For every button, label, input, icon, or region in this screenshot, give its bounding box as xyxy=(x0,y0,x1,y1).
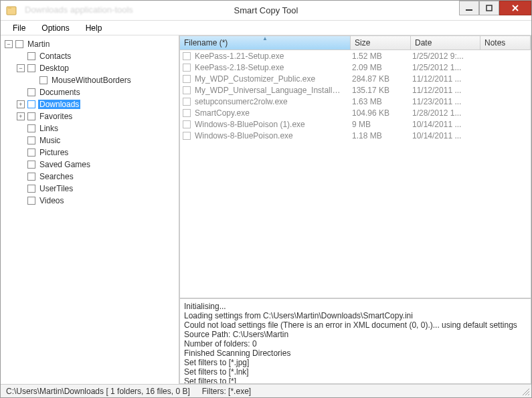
close-button[interactable] xyxy=(499,1,531,15)
column-date[interactable]: Date xyxy=(411,36,480,49)
file-row[interactable]: Windows-8-BluePoison (1).exe9 MB10/14/20… xyxy=(180,118,531,130)
file-size: 1.18 MB xyxy=(348,131,408,140)
file-row[interactable]: Windows-8-BluePoison.exe1.18 MB10/14/201… xyxy=(180,130,531,141)
file-date: 11/23/2011 ... xyxy=(408,97,478,106)
minimize-button[interactable] xyxy=(459,1,479,15)
file-checkbox[interactable] xyxy=(183,120,191,128)
tree-spacer xyxy=(17,136,25,144)
file-row[interactable]: KeePass-2.18-Setup.exe2.09 MB1/25/2012 1… xyxy=(180,62,531,73)
tree-item[interactable]: Music xyxy=(2,134,177,146)
tree-spacer xyxy=(17,88,25,96)
log-line: Loading settings from C:\Users\Martin\Do… xyxy=(184,311,527,320)
folder-tree[interactable]: − Martin Contacts−DesktopMouseWithoutBor… xyxy=(1,35,179,384)
tree-checkbox[interactable] xyxy=(27,161,35,169)
file-name: Windows-8-BluePoison (1).exe xyxy=(191,120,348,129)
file-date: 11/12/2011 ... xyxy=(408,86,478,95)
tree-item[interactable]: +Favorites xyxy=(2,110,177,122)
tree-checkbox[interactable] xyxy=(27,173,35,181)
tree-spacer xyxy=(17,161,25,169)
tree-item[interactable]: Documents xyxy=(2,86,177,98)
main-area: − Martin Contacts−DesktopMouseWithoutBor… xyxy=(1,35,531,384)
menu-help[interactable]: Help xyxy=(79,22,109,34)
menu-options[interactable]: Options xyxy=(35,22,76,34)
tree-checkbox[interactable] xyxy=(27,52,35,60)
column-size[interactable]: Size xyxy=(351,36,411,49)
log-line: Initialising... xyxy=(184,302,527,311)
collapse-icon[interactable]: − xyxy=(17,64,25,72)
log-line: Set filters to [*] xyxy=(184,377,527,384)
file-name: My_WDP_Customizer_Public.exe xyxy=(191,74,348,84)
file-checkbox[interactable] xyxy=(183,75,191,83)
tree-checkbox[interactable] xyxy=(27,100,35,108)
tree-item[interactable]: Searches xyxy=(2,171,177,183)
tree-item[interactable]: Contacts xyxy=(2,50,177,62)
log-line: Set filters to [*.lnk] xyxy=(184,367,527,377)
file-row[interactable]: setupconsumerc2rolw.exe1.63 MB11/23/2011… xyxy=(180,96,531,107)
tree-item[interactable]: −Desktop xyxy=(2,62,177,74)
file-size: 2.09 MB xyxy=(348,63,408,72)
file-checkbox[interactable] xyxy=(183,132,191,140)
tree-label: MouseWithoutBorders xyxy=(50,76,132,85)
file-date: 1/25/2012 9:... xyxy=(408,52,478,61)
tree-checkbox[interactable] xyxy=(27,197,35,205)
tree-label: Documents xyxy=(38,88,82,97)
file-list[interactable]: KeePass-1.21-Setup.exe1.52 MB1/25/2012 9… xyxy=(179,50,531,298)
column-filename[interactable]: ▲ Filename (*) xyxy=(180,36,351,49)
status-path: C:\Users\Martin\Downloads [ 1 folders, 1… xyxy=(5,387,191,396)
tree-checkbox[interactable] xyxy=(27,124,35,132)
file-checkbox[interactable] xyxy=(183,98,191,106)
tree-checkbox[interactable] xyxy=(27,64,35,72)
tree-item[interactable]: MouseWithoutBorders xyxy=(2,74,177,86)
file-row[interactable]: KeePass-1.21-Setup.exe1.52 MB1/25/2012 9… xyxy=(180,50,531,62)
file-size: 1.63 MB xyxy=(348,97,408,106)
tree-item[interactable]: +Downloads xyxy=(2,98,177,110)
tree-spacer xyxy=(17,52,25,60)
file-row[interactable]: SmartCopy.exe104.96 KB1/28/2012 1... xyxy=(180,107,531,118)
tree-item[interactable]: UserTiles xyxy=(2,183,177,195)
resize-grip[interactable] xyxy=(521,387,530,396)
file-date: 11/12/2011 ... xyxy=(408,74,478,84)
tree-item[interactable]: Links xyxy=(2,122,177,134)
expand-icon[interactable]: + xyxy=(17,100,25,108)
log-line: Could not load settings file (There is a… xyxy=(184,320,527,330)
tree-checkbox[interactable] xyxy=(39,76,48,84)
expander-icon[interactable]: − xyxy=(5,40,13,48)
file-checkbox[interactable] xyxy=(183,86,191,94)
file-checkbox[interactable] xyxy=(183,109,191,117)
column-notes[interactable]: Notes xyxy=(480,36,531,49)
tree-checkbox[interactable] xyxy=(27,88,35,96)
menu-file[interactable]: File xyxy=(6,22,32,34)
file-row[interactable]: My_WDP_Universal_Language_Installer_Publ… xyxy=(180,84,531,96)
file-checkbox[interactable] xyxy=(183,64,191,72)
file-name: My_WDP_Universal_Language_Installer_Publ… xyxy=(191,86,348,95)
tree-item[interactable]: Saved Games xyxy=(2,159,177,171)
log-line: Finished Scanning Directories xyxy=(184,349,527,358)
tree-spacer xyxy=(29,76,37,84)
file-name: KeePass-1.21-Setup.exe xyxy=(191,52,348,61)
tree-root[interactable]: − Martin xyxy=(2,38,177,50)
expand-icon[interactable]: + xyxy=(17,112,25,120)
tree-spacer xyxy=(17,185,25,193)
tree-checkbox[interactable] xyxy=(27,112,35,120)
tree-checkbox[interactable] xyxy=(27,136,35,144)
tree-checkbox[interactable] xyxy=(15,40,23,48)
file-checkbox[interactable] xyxy=(183,52,191,60)
tree-label: Desktop xyxy=(38,64,70,73)
log-panel[interactable]: Initialising...Loading settings from C:\… xyxy=(179,298,531,384)
file-row[interactable]: My_WDP_Customizer_Public.exe284.87 KB11/… xyxy=(180,73,531,84)
tree-checkbox[interactable] xyxy=(27,185,35,193)
breadcrumb-faded: Downloads application-tools xyxy=(25,5,133,15)
tree-label: Downloads xyxy=(38,100,80,109)
tree-spacer xyxy=(17,148,25,157)
file-name: KeePass-2.18-Setup.exe xyxy=(191,63,348,72)
file-size: 284.87 KB xyxy=(348,74,408,84)
tree-item[interactable]: Pictures xyxy=(2,146,177,159)
svg-rect-2 xyxy=(466,9,472,11)
file-name: setupconsumerc2rolw.exe xyxy=(191,97,348,106)
tree-checkbox[interactable] xyxy=(27,148,35,157)
tree-spacer xyxy=(17,173,25,181)
file-date: 10/14/2011 ... xyxy=(408,131,478,140)
maximize-button[interactable] xyxy=(479,1,499,15)
tree-item[interactable]: Videos xyxy=(2,195,177,207)
window-title: Smart Copy Tool xyxy=(234,5,298,15)
